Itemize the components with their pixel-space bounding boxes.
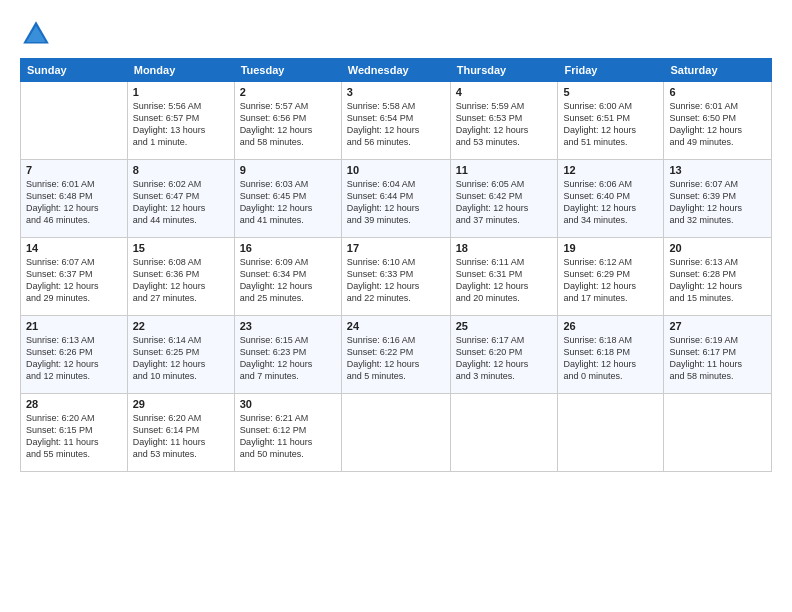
day-number: 13 (669, 164, 766, 176)
day-info: Sunrise: 6:05 AM Sunset: 6:42 PM Dayligh… (456, 178, 553, 227)
day-info: Sunrise: 6:00 AM Sunset: 6:51 PM Dayligh… (563, 100, 658, 149)
calendar-col-header: Friday (558, 59, 664, 82)
day-number: 28 (26, 398, 122, 410)
day-number: 23 (240, 320, 336, 332)
header (20, 18, 772, 50)
calendar-cell: 19Sunrise: 6:12 AM Sunset: 6:29 PM Dayli… (558, 238, 664, 316)
day-number: 12 (563, 164, 658, 176)
calendar-cell: 10Sunrise: 6:04 AM Sunset: 6:44 PM Dayli… (341, 160, 450, 238)
calendar-col-header: Sunday (21, 59, 128, 82)
logo-icon (20, 18, 52, 50)
calendar-cell: 14Sunrise: 6:07 AM Sunset: 6:37 PM Dayli… (21, 238, 128, 316)
day-number: 15 (133, 242, 229, 254)
day-number: 27 (669, 320, 766, 332)
day-info: Sunrise: 6:13 AM Sunset: 6:28 PM Dayligh… (669, 256, 766, 305)
calendar-cell: 28Sunrise: 6:20 AM Sunset: 6:15 PM Dayli… (21, 394, 128, 472)
day-number: 6 (669, 86, 766, 98)
calendar-col-header: Wednesday (341, 59, 450, 82)
day-number: 18 (456, 242, 553, 254)
day-info: Sunrise: 6:18 AM Sunset: 6:18 PM Dayligh… (563, 334, 658, 383)
day-info: Sunrise: 6:06 AM Sunset: 6:40 PM Dayligh… (563, 178, 658, 227)
calendar-cell: 18Sunrise: 6:11 AM Sunset: 6:31 PM Dayli… (450, 238, 558, 316)
calendar-cell (21, 82, 128, 160)
calendar-week-row: 21Sunrise: 6:13 AM Sunset: 6:26 PM Dayli… (21, 316, 772, 394)
calendar-col-header: Monday (127, 59, 234, 82)
day-info: Sunrise: 6:04 AM Sunset: 6:44 PM Dayligh… (347, 178, 445, 227)
calendar-cell: 11Sunrise: 6:05 AM Sunset: 6:42 PM Dayli… (450, 160, 558, 238)
calendar-cell: 17Sunrise: 6:10 AM Sunset: 6:33 PM Dayli… (341, 238, 450, 316)
calendar-cell (341, 394, 450, 472)
day-number: 11 (456, 164, 553, 176)
calendar-week-row: 14Sunrise: 6:07 AM Sunset: 6:37 PM Dayli… (21, 238, 772, 316)
calendar-col-header: Thursday (450, 59, 558, 82)
day-number: 16 (240, 242, 336, 254)
day-info: Sunrise: 6:13 AM Sunset: 6:26 PM Dayligh… (26, 334, 122, 383)
day-info: Sunrise: 6:08 AM Sunset: 6:36 PM Dayligh… (133, 256, 229, 305)
calendar-cell: 5Sunrise: 6:00 AM Sunset: 6:51 PM Daylig… (558, 82, 664, 160)
calendar-cell: 7Sunrise: 6:01 AM Sunset: 6:48 PM Daylig… (21, 160, 128, 238)
day-info: Sunrise: 6:07 AM Sunset: 6:39 PM Dayligh… (669, 178, 766, 227)
calendar-cell: 2Sunrise: 5:57 AM Sunset: 6:56 PM Daylig… (234, 82, 341, 160)
calendar-cell: 23Sunrise: 6:15 AM Sunset: 6:23 PM Dayli… (234, 316, 341, 394)
day-number: 4 (456, 86, 553, 98)
day-number: 7 (26, 164, 122, 176)
day-info: Sunrise: 5:57 AM Sunset: 6:56 PM Dayligh… (240, 100, 336, 149)
calendar-col-header: Saturday (664, 59, 772, 82)
day-number: 19 (563, 242, 658, 254)
day-info: Sunrise: 5:56 AM Sunset: 6:57 PM Dayligh… (133, 100, 229, 149)
day-info: Sunrise: 6:14 AM Sunset: 6:25 PM Dayligh… (133, 334, 229, 383)
calendar-week-row: 28Sunrise: 6:20 AM Sunset: 6:15 PM Dayli… (21, 394, 772, 472)
day-number: 25 (456, 320, 553, 332)
calendar-week-row: 7Sunrise: 6:01 AM Sunset: 6:48 PM Daylig… (21, 160, 772, 238)
day-number: 29 (133, 398, 229, 410)
calendar-cell: 25Sunrise: 6:17 AM Sunset: 6:20 PM Dayli… (450, 316, 558, 394)
calendar-cell: 20Sunrise: 6:13 AM Sunset: 6:28 PM Dayli… (664, 238, 772, 316)
calendar-cell: 3Sunrise: 5:58 AM Sunset: 6:54 PM Daylig… (341, 82, 450, 160)
calendar-cell (664, 394, 772, 472)
calendar-cell: 24Sunrise: 6:16 AM Sunset: 6:22 PM Dayli… (341, 316, 450, 394)
calendar-cell: 9Sunrise: 6:03 AM Sunset: 6:45 PM Daylig… (234, 160, 341, 238)
day-info: Sunrise: 6:01 AM Sunset: 6:50 PM Dayligh… (669, 100, 766, 149)
calendar-cell: 12Sunrise: 6:06 AM Sunset: 6:40 PM Dayli… (558, 160, 664, 238)
day-number: 26 (563, 320, 658, 332)
day-info: Sunrise: 5:59 AM Sunset: 6:53 PM Dayligh… (456, 100, 553, 149)
day-info: Sunrise: 6:10 AM Sunset: 6:33 PM Dayligh… (347, 256, 445, 305)
calendar-cell: 27Sunrise: 6:19 AM Sunset: 6:17 PM Dayli… (664, 316, 772, 394)
calendar-cell: 30Sunrise: 6:21 AM Sunset: 6:12 PM Dayli… (234, 394, 341, 472)
logo (20, 18, 56, 50)
day-number: 17 (347, 242, 445, 254)
day-number: 20 (669, 242, 766, 254)
day-number: 8 (133, 164, 229, 176)
calendar-cell: 4Sunrise: 5:59 AM Sunset: 6:53 PM Daylig… (450, 82, 558, 160)
calendar-header-row: SundayMondayTuesdayWednesdayThursdayFrid… (21, 59, 772, 82)
day-number: 21 (26, 320, 122, 332)
calendar-table: SundayMondayTuesdayWednesdayThursdayFrid… (20, 58, 772, 472)
calendar-cell: 8Sunrise: 6:02 AM Sunset: 6:47 PM Daylig… (127, 160, 234, 238)
day-number: 10 (347, 164, 445, 176)
calendar-week-row: 1Sunrise: 5:56 AM Sunset: 6:57 PM Daylig… (21, 82, 772, 160)
day-info: Sunrise: 6:11 AM Sunset: 6:31 PM Dayligh… (456, 256, 553, 305)
day-info: Sunrise: 6:03 AM Sunset: 6:45 PM Dayligh… (240, 178, 336, 227)
calendar-cell (558, 394, 664, 472)
calendar-cell: 29Sunrise: 6:20 AM Sunset: 6:14 PM Dayli… (127, 394, 234, 472)
calendar-cell: 6Sunrise: 6:01 AM Sunset: 6:50 PM Daylig… (664, 82, 772, 160)
calendar-cell: 26Sunrise: 6:18 AM Sunset: 6:18 PM Dayli… (558, 316, 664, 394)
calendar-cell (450, 394, 558, 472)
day-number: 30 (240, 398, 336, 410)
day-number: 5 (563, 86, 658, 98)
day-info: Sunrise: 6:15 AM Sunset: 6:23 PM Dayligh… (240, 334, 336, 383)
calendar-cell: 16Sunrise: 6:09 AM Sunset: 6:34 PM Dayli… (234, 238, 341, 316)
day-info: Sunrise: 5:58 AM Sunset: 6:54 PM Dayligh… (347, 100, 445, 149)
calendar-cell: 13Sunrise: 6:07 AM Sunset: 6:39 PM Dayli… (664, 160, 772, 238)
day-number: 22 (133, 320, 229, 332)
day-number: 2 (240, 86, 336, 98)
day-info: Sunrise: 6:20 AM Sunset: 6:15 PM Dayligh… (26, 412, 122, 461)
page: SundayMondayTuesdayWednesdayThursdayFrid… (0, 0, 792, 612)
day-info: Sunrise: 6:19 AM Sunset: 6:17 PM Dayligh… (669, 334, 766, 383)
calendar-col-header: Tuesday (234, 59, 341, 82)
calendar-cell: 21Sunrise: 6:13 AM Sunset: 6:26 PM Dayli… (21, 316, 128, 394)
day-number: 24 (347, 320, 445, 332)
day-info: Sunrise: 6:09 AM Sunset: 6:34 PM Dayligh… (240, 256, 336, 305)
day-info: Sunrise: 6:02 AM Sunset: 6:47 PM Dayligh… (133, 178, 229, 227)
day-number: 3 (347, 86, 445, 98)
